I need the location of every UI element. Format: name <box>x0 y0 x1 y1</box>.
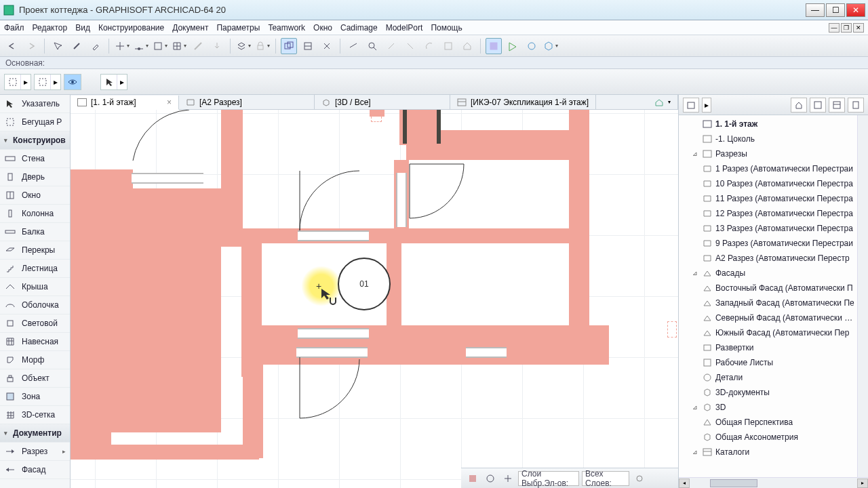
menu-options[interactable]: Параметры <box>216 23 260 33</box>
nav-item-section-1[interactable]: 1 Разрез (Автоматически Перестраи <box>679 161 857 176</box>
ruler-button[interactable] <box>190 38 206 54</box>
suspend2-button[interactable] <box>402 38 418 54</box>
menu-edit[interactable]: Редактор <box>33 23 68 33</box>
tab-3d[interactable]: [3D / Все] <box>315 95 450 109</box>
guideline-dropdown[interactable] <box>114 38 130 54</box>
nav-mode-2[interactable] <box>810 98 826 113</box>
module-button[interactable] <box>440 38 456 54</box>
refresh-button[interactable] <box>632 471 647 486</box>
menu-modelport[interactable]: ModelPort <box>386 23 423 33</box>
nav-item-basement[interactable]: -1. Цоколь <box>679 131 857 146</box>
nav-item-elev-west[interactable]: Западный Фасад (Автоматически Пе <box>679 296 857 310</box>
nav-mode-4[interactable] <box>848 98 864 113</box>
nav-mode-1[interactable] <box>791 98 807 113</box>
menu-teamwork[interactable]: Teamwork <box>268 23 305 33</box>
nav-item-elev-east[interactable]: Восточный Фасад (Автоматически П <box>679 281 857 296</box>
selection-shape-1[interactable] <box>35 75 51 89</box>
partial-display-button[interactable] <box>500 471 515 486</box>
toolbox-design-header[interactable]: ▾Конструирова <box>0 131 70 150</box>
redo-button[interactable] <box>23 38 39 54</box>
nav-item-section-9[interactable]: 9 Разрез (Автоматически Перестраи <box>679 236 857 251</box>
nav-group-details[interactable]: Детали <box>679 370 857 385</box>
mdi-minimize-button[interactable]: — <box>829 23 840 33</box>
navigator-hscroll[interactable]: ◂ ▸ <box>679 477 868 488</box>
nav-item-axonometry[interactable]: Общая Аксонометрия <box>679 430 857 445</box>
close-button[interactable]: ✕ <box>846 3 865 17</box>
scroll-thumb[interactable] <box>710 479 757 487</box>
tool-stair[interactable]: Лестница <box>0 260 70 278</box>
tool-object[interactable]: Объект <box>0 369 70 388</box>
menu-design[interactable]: Конструирование <box>98 23 164 33</box>
show-hide-button[interactable] <box>483 471 498 486</box>
selection-shape-1-arrow[interactable]: ▸ <box>51 75 60 89</box>
tool-zone[interactable]: Зона <box>0 388 70 406</box>
bimx-dropdown[interactable] <box>542 38 559 54</box>
suspend-button[interactable] <box>383 38 399 54</box>
nav-project-button[interactable] <box>683 98 699 113</box>
menu-view[interactable]: Вид <box>75 23 90 33</box>
lock-dropdown[interactable] <box>254 38 271 54</box>
element-snap-dropdown[interactable] <box>152 38 168 54</box>
tool-wall[interactable]: Стена <box>0 150 70 168</box>
tab-schedule[interactable]: [ИКЭ-07 Экспликация 1-й этаж] <box>450 95 596 109</box>
renovation-button[interactable] <box>486 38 502 54</box>
nav-item-section-12[interactable]: 12 Разрез (Автоматически Перестра <box>679 206 857 221</box>
pick-elements-button[interactable] <box>50 38 66 54</box>
navigator-tree[interactable]: 1. 1-й этаж -1. Цоколь ⊿Разрезы 1 Разрез… <box>679 115 857 477</box>
mdi-close-button[interactable]: ✕ <box>853 23 864 33</box>
scroll-right-button[interactable]: ▸ <box>857 479 868 488</box>
tool-shell[interactable]: Оболочка <box>0 296 70 314</box>
mdi-restore-button[interactable]: ❐ <box>841 23 852 33</box>
tool-door[interactable]: Дверь <box>0 168 70 186</box>
nav-group-catalogs[interactable]: ⊿Каталоги <box>679 445 857 460</box>
cursor-arrow[interactable]: ▸ <box>117 75 127 89</box>
nav-item-perspective[interactable]: Общая Перспектива <box>679 415 857 430</box>
nav-group-interior[interactable]: Развертки <box>679 340 857 355</box>
menu-help[interactable]: Помощь <box>431 23 462 33</box>
tool-roof[interactable]: Крыша <box>0 278 70 296</box>
suspend3-button[interactable] <box>421 38 437 54</box>
menu-window[interactable]: Окно <box>313 23 332 33</box>
navigator-scrollbar[interactable] <box>857 115 868 477</box>
layers-dropdown[interactable] <box>235 38 252 54</box>
tool-curtainwall[interactable]: Навесная <box>0 333 70 351</box>
nav-item-elev-south[interactable]: Южный Фасад (Автоматически Пер <box>679 325 857 340</box>
nav-item-elev-north[interactable]: Северный Фасад (Автоматически Пе <box>679 310 857 325</box>
tool-beam[interactable]: Балка <box>0 223 70 241</box>
measure-button[interactable] <box>345 38 361 54</box>
tool-column[interactable]: Колонна <box>0 205 70 223</box>
zone-marker[interactable]: 01 <box>338 258 391 310</box>
nav-mode-3[interactable] <box>829 98 845 113</box>
nav-expand-button[interactable]: ▸ <box>702 98 711 113</box>
undo-button[interactable] <box>4 38 20 54</box>
tab-overflow[interactable]: ▾ <box>648 95 678 109</box>
renovation-filter-button[interactable] <box>505 38 521 54</box>
nav-item-floor1[interactable]: 1. 1-й этаж <box>679 117 857 131</box>
tool-slab[interactable]: Перекры <box>0 241 70 260</box>
drawing-canvas[interactable]: + 01 Слои Выбр.Эл-ов: Всех Слоев: <box>71 110 678 488</box>
scroll-left-button[interactable]: ◂ <box>679 479 690 488</box>
tab-floor1[interactable]: [1. 1-й этаж] × <box>71 96 179 110</box>
nav-item-section-a2[interactable]: А2 Разрез (Автоматически Перестр <box>679 251 857 266</box>
minimize-button[interactable]: — <box>806 3 825 17</box>
tool-window[interactable]: Окно <box>0 186 70 205</box>
gravity-button[interactable] <box>209 38 225 54</box>
collapse-icon[interactable]: ⊿ <box>691 449 699 455</box>
snap-dropdown[interactable] <box>133 38 149 54</box>
tool-skylight[interactable]: Световой <box>0 314 70 333</box>
energy-button[interactable] <box>524 38 540 54</box>
tool-marquee[interactable]: Бегущая Р <box>0 113 70 131</box>
maximize-button[interactable]: ☐ <box>826 3 845 17</box>
tool-section[interactable]: Разрез▸ <box>0 443 70 461</box>
nav-group-elevations[interactable]: ⊿Фасады <box>679 266 857 281</box>
nav-group-3ddocs[interactable]: 3D-документы <box>679 385 857 400</box>
nav-group-sections[interactable]: ⊿Разрезы <box>679 146 857 161</box>
toolbox-document-header[interactable]: ▾Документир <box>0 424 70 443</box>
selection-mode-1[interactable] <box>5 75 21 89</box>
nav-group-3d[interactable]: ⊿3D <box>679 400 857 415</box>
layer-combo-2[interactable]: Всех Слоев: <box>582 471 629 486</box>
menu-cadimage[interactable]: Cadimage <box>340 23 378 33</box>
trace-clear-button[interactable] <box>319 38 335 54</box>
tab-close-button[interactable]: × <box>167 98 172 107</box>
tool-mesh[interactable]: 3D-сетка <box>0 406 70 424</box>
